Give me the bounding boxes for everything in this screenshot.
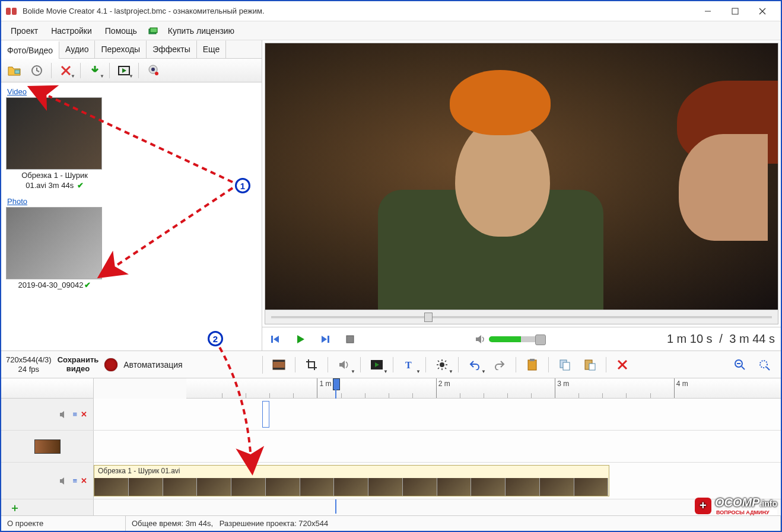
next-frame-button[interactable] (318, 332, 332, 346)
download-button[interactable]: ▼ (84, 61, 106, 80)
video-effect-button[interactable]: ▼ (367, 356, 387, 374)
preview-panel: 1 m 10 s / 3 m 44 s (262, 40, 781, 351)
svg-rect-18 (271, 336, 273, 343)
track-thumb-icon (34, 439, 61, 454)
mute-icon[interactable] (59, 477, 69, 485)
svg-rect-21 (328, 336, 329, 343)
svg-line-51 (742, 367, 745, 369)
svg-rect-0 (6, 8, 11, 15)
clip-button[interactable]: ▼ (113, 61, 135, 80)
video-preview[interactable] (265, 43, 778, 310)
svg-rect-1 (12, 8, 17, 15)
save-video-button[interactable]: Сохранитьвидео (58, 356, 99, 374)
playhead[interactable] (332, 378, 340, 399)
video-caption: Обрезка 1 - Шурик 01.avi 3m 44s ✔ (6, 170, 103, 191)
menubar: Проект Настройки Помощь Купить лицензию (1, 21, 781, 40)
prev-frame-button[interactable] (268, 332, 282, 346)
svg-rect-41 (528, 360, 536, 370)
track-lane-1[interactable] (94, 399, 781, 430)
media-toolbar: ▼ ▼ ▼ (1, 59, 262, 82)
svg-text:T: T (405, 360, 412, 370)
delete-button[interactable]: ▼ (55, 61, 77, 80)
filmstrip-icon[interactable] (269, 356, 289, 374)
speaker-icon[interactable] (475, 334, 485, 345)
plus-icon: + (695, 498, 711, 514)
svg-rect-7 (150, 28, 157, 33)
brightness-button[interactable]: ▼ (432, 356, 452, 374)
photo-section-header: Photo (7, 197, 257, 206)
seek-bar[interactable] (265, 310, 778, 324)
tab-effects[interactable]: Эффекты (147, 40, 197, 58)
check-icon: ✔ (77, 181, 84, 190)
video-thumbnail[interactable] (6, 97, 102, 170)
paste-button[interactable] (580, 356, 600, 374)
remove-track-icon[interactable]: ✕ (81, 410, 87, 419)
app-icon (6, 7, 18, 16)
svg-marker-19 (274, 336, 279, 343)
status-info: Общее время: 3m 44s, Разрешение проекта:… (126, 516, 781, 531)
menu-project[interactable]: Проект (5, 24, 44, 38)
svg-rect-44 (563, 362, 570, 370)
track-lane-2[interactable]: Обрезка 1 - Шурик 01.avi (94, 463, 781, 499)
collapse-icon[interactable]: ≡ (72, 476, 77, 485)
video-clip[interactable]: Обрезка 1 - Шурик 01.avi (94, 465, 609, 496)
clipboard-button[interactable] (522, 356, 542, 374)
photo-clip[interactable] (262, 401, 269, 428)
automation-button[interactable]: Автоматизация (123, 360, 182, 369)
timeline-track-2: ≡ ✕ Обрезка 1 - Шурик 01.avi (1, 463, 781, 499)
menu-help[interactable]: Помощь (99, 24, 143, 38)
timeline: 1 m 2 m 3 m 4 m ≡ ✕ (1, 378, 781, 515)
text-button[interactable]: T▼ (399, 356, 419, 374)
photo-thumbnail[interactable] (6, 207, 102, 279)
volume-slider[interactable] (489, 336, 542, 342)
tab-transitions[interactable]: Переходы (95, 40, 147, 58)
status-about[interactable]: О проекте (1, 516, 126, 531)
mute-icon[interactable] (59, 410, 69, 419)
maximize-button[interactable] (721, 2, 749, 20)
copy-button[interactable] (555, 356, 575, 374)
timeline-toolbar: ▼ ▼ T▼ ▼ ▼ (262, 356, 781, 374)
bottom-bar: 720x544(4/3) 24 fps Сохранитьвидео Автом… (1, 351, 781, 378)
annotation-badge-2: 2 (208, 331, 223, 346)
titlebar: Bolide Movie Creator 4.1 - lastproject.b… (1, 1, 781, 21)
media-list[interactable]: Video Обрезка 1 - Шурик 01.avi 3m 44s ✔ … (1, 82, 262, 351)
svg-rect-3 (732, 8, 738, 14)
svg-marker-28 (339, 361, 345, 369)
media-tabs: Фото/Видео Аудио Переходы Эффекты Еще (1, 40, 262, 59)
svg-rect-42 (530, 359, 535, 361)
collapse-icon[interactable]: ≡ (72, 410, 77, 419)
stop-button[interactable] (343, 332, 357, 346)
svg-marker-54 (60, 411, 64, 418)
tab-photo-video[interactable]: Фото/Видео (1, 41, 59, 59)
playback-time: 1 m 10 s / 3 m 44 s (667, 332, 775, 346)
add-track-button[interactable]: ＋ (1, 499, 94, 515)
record-icon[interactable] (104, 358, 117, 371)
audio-button[interactable]: ▼ (334, 356, 354, 374)
timeline-track-1: ≡ ✕ (1, 399, 781, 431)
svg-rect-27 (273, 368, 285, 369)
webcam-button[interactable] (142, 61, 164, 80)
svg-line-37 (438, 361, 439, 362)
delete-clip-button[interactable] (612, 356, 632, 374)
menu-buy-license[interactable]: Купить лицензию (162, 24, 240, 38)
remove-track-icon[interactable]: ✕ (81, 476, 87, 485)
timeline-ruler[interactable]: 1 m 2 m 3 m 4 m (186, 378, 781, 399)
redo-button[interactable] (489, 356, 510, 374)
menu-settings[interactable]: Настройки (45, 24, 98, 38)
zoom-fit-button[interactable] (755, 356, 775, 374)
svg-point-32 (440, 362, 444, 367)
play-button[interactable] (293, 332, 307, 346)
svg-point-17 (155, 72, 158, 75)
tab-audio[interactable]: Аудио (59, 40, 96, 58)
svg-marker-20 (297, 335, 304, 343)
recent-button[interactable] (26, 61, 47, 80)
minimize-button[interactable] (694, 2, 721, 20)
open-folder-button[interactable] (4, 61, 25, 80)
undo-button[interactable]: ▼ (465, 356, 485, 374)
playback-controls: 1 m 10 s / 3 m 44 s (262, 327, 781, 351)
crop-button[interactable] (301, 356, 322, 374)
zoom-out-button[interactable] (730, 356, 750, 374)
tab-more[interactable]: Еще (197, 40, 227, 58)
close-button[interactable] (749, 2, 776, 20)
svg-marker-24 (476, 335, 481, 343)
